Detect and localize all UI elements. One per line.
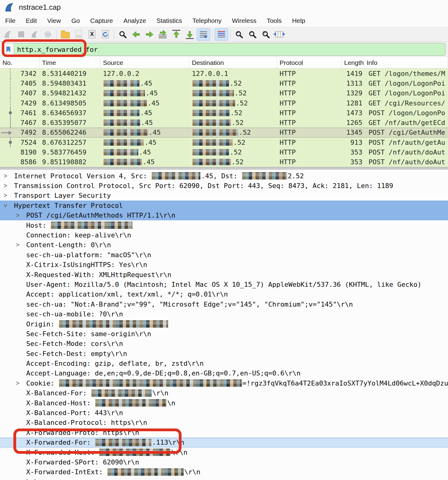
detail-line[interactable]: X-Forwarded-Proto: https\r\n xyxy=(0,428,448,437)
detail-line[interactable]: X-Forwarded-For: .113\r\n xyxy=(0,438,448,447)
go-to-packet-icon[interactable] xyxy=(157,29,169,40)
save-file-icon[interactable]: 010 xyxy=(72,29,85,40)
packet-row[interactable]: 8586 9.851190882 .45 .52 HTTP 353 POST /… xyxy=(0,157,448,167)
detail-line[interactable]: Internet Protocol Version 4, Src: .45, D… xyxy=(0,171,448,181)
column-header[interactable]: Length xyxy=(342,57,364,68)
detail-line[interactable]: Sec-Fetch-Mode: cors\r\n xyxy=(0,339,448,349)
zoom-out-icon[interactable]: − xyxy=(246,29,259,40)
detail-line[interactable]: X-Balanced-Host: \n xyxy=(0,398,448,408)
go-next-packet-icon[interactable] xyxy=(143,29,156,40)
open-file-folder-icon[interactable] xyxy=(59,29,72,40)
menu-item[interactable]: Telephony xyxy=(187,16,227,26)
restart-capture-icon[interactable] xyxy=(28,29,41,40)
packet-time: 8.594821432 xyxy=(40,88,101,98)
detail-line[interactable]: Sec-Fetch-Site: same-origin\r\n xyxy=(0,329,448,339)
column-header[interactable]: Info xyxy=(364,57,448,68)
menu-item[interactable]: File xyxy=(0,16,21,26)
redacted-value xyxy=(59,320,168,328)
zoom-in-icon[interactable]: + xyxy=(233,29,245,40)
expand-chevron-icon[interactable] xyxy=(4,202,14,209)
detail-line[interactable]: Content-Length: 0\r\n xyxy=(0,240,448,250)
detail-line[interactable]: Accept: application/xml, text/xml, */*; … xyxy=(0,290,448,299)
detail-line[interactable]: sec-ch-ua-platform: "macOS"\r\n xyxy=(0,250,448,260)
detail-line[interactable]: \r\n xyxy=(0,477,448,480)
colorize-packets-icon[interactable] xyxy=(215,28,228,41)
detail-line[interactable]: Hypertext Transfer Protocol xyxy=(0,201,448,210)
go-last-packet-icon[interactable] xyxy=(183,29,196,40)
detail-line[interactable]: Connection: keep-alive\r\n xyxy=(0,230,448,240)
detail-line[interactable]: X-Balanced-Port: 443\r\n xyxy=(0,408,448,418)
reload-file-icon[interactable] xyxy=(99,29,112,40)
expand-chevron-icon[interactable] xyxy=(4,192,14,199)
resize-columns-icon[interactable] xyxy=(273,29,286,40)
packet-row[interactable]: 7407 8.594821432 .45 .52 HTTP 1329 GET /… xyxy=(0,88,448,98)
detail-line[interactable]: Accept-Encoding: gzip, deflate, br, zstd… xyxy=(0,358,448,368)
detail-line[interactable]: X-Forwarded-IntExt: \r\n xyxy=(0,467,448,477)
go-first-packet-icon[interactable] xyxy=(170,29,183,40)
column-header[interactable]: Destination xyxy=(189,57,277,68)
column-header[interactable]: Source xyxy=(101,57,189,68)
redacted-value xyxy=(108,468,184,476)
detail-line[interactable]: Cookie: =!rgz3fqVkqT6a4T2Ea03xraIoSXT7yY… xyxy=(0,378,448,388)
packet-row[interactable]: 7429 8.613498505 .45 .52 HTTP 1281 GET /… xyxy=(0,98,448,108)
detail-line[interactable]: Accept-Language: de,en;q=0.9,de-DE;q=0.8… xyxy=(0,368,448,378)
detail-line[interactable]: sec-ch-ua: "Not:A-Brand";v="99", "Micros… xyxy=(0,299,448,309)
packet-row[interactable]: 7405 8.594803431 .45 .52 HTTP 1313 GET /… xyxy=(0,78,448,88)
capture-options-gear-icon[interactable] xyxy=(41,29,54,40)
detail-line[interactable]: User-Agent: Mozilla/5.0 (Macintosh; Inte… xyxy=(0,279,448,289)
detail-line[interactable]: Origin: xyxy=(0,319,448,329)
packet-row[interactable]: 7342 8.531440219 127.0.0.2 127.0.0.1 HTT… xyxy=(0,69,448,78)
menu-item[interactable]: Capture xyxy=(85,16,118,26)
menu-item[interactable]: Help xyxy=(287,16,310,26)
detail-line[interactable]: X-Forwarded-Host: \r\n xyxy=(0,447,448,457)
packet-time: 8.676312257 xyxy=(40,137,101,147)
pane-splitter[interactable] xyxy=(0,167,448,169)
expand-chevron-icon[interactable] xyxy=(16,212,26,219)
detail-line[interactable]: X-Forwarded-SPort: 62090\r\n xyxy=(0,457,448,467)
filter-bookmark-button[interactable] xyxy=(3,43,14,55)
detail-line[interactable]: X-Citrix-IsUsingHTTPS: Yes\r\n xyxy=(0,260,448,269)
packet-length: 1473 xyxy=(342,108,364,118)
detail-line[interactable]: Transmission Control Protocol, Src Port:… xyxy=(0,181,448,190)
go-previous-packet-icon[interactable] xyxy=(130,29,143,40)
packet-number: 7492 xyxy=(20,129,37,136)
column-header[interactable]: Time xyxy=(40,57,101,68)
detail-line[interactable]: Transport Layer Security xyxy=(0,191,448,201)
find-packet-icon[interactable] xyxy=(116,29,129,40)
packet-row[interactable]: 8190 9.583776459 .45 .52 HTTP 353 POST /… xyxy=(0,147,448,157)
menu-item[interactable]: Go xyxy=(66,16,85,26)
packet-row[interactable]: 7461 8.634656937 .45 .52 HTTP 1473 POST … xyxy=(0,108,448,118)
packet-row[interactable]: 7524 8.676312257 .45 .52 HTTP 913 POST /… xyxy=(0,137,448,147)
auto-scroll-icon[interactable] xyxy=(197,28,210,41)
detail-line[interactable]: X-Requested-With: XMLHttpRequest\r\n xyxy=(0,270,448,279)
related-packet-marker xyxy=(8,147,13,157)
packet-row[interactable]: 7492 8.655062246 .45 .52 HTTP 1345 POST … xyxy=(0,128,448,137)
column-header[interactable]: No. xyxy=(0,57,40,68)
detail-line[interactable]: X-Balanced-Protocol: https\r\n xyxy=(0,418,448,428)
detail-line[interactable]: X-Balanced-For: \r\n xyxy=(0,388,448,398)
expand-chevron-icon[interactable] xyxy=(4,172,14,180)
zoom-reset-icon[interactable]: = xyxy=(259,29,272,40)
menu-item[interactable]: Tools xyxy=(262,16,287,26)
display-filter-input[interactable]: http.x_forwarded_for xyxy=(2,43,446,56)
detail-line[interactable]: sec-ch-ua-mobile: ?0\r\n xyxy=(0,309,448,319)
column-header[interactable]: Protocol xyxy=(277,57,342,68)
expand-chevron-icon[interactable] xyxy=(16,241,26,248)
expand-chevron-icon[interactable] xyxy=(16,380,26,387)
close-file-icon[interactable]: X xyxy=(86,29,98,40)
packet-row[interactable]: 7467 8.635395077 .45 .52 HTTP 1265 GET /… xyxy=(0,118,448,127)
detail-line[interactable]: Sec-Fetch-Dest: empty\r\n xyxy=(0,349,448,358)
menu-item[interactable]: Analyze xyxy=(118,16,151,26)
stop-capture-icon[interactable] xyxy=(15,29,27,40)
menu-item[interactable]: Statistics xyxy=(151,16,187,26)
detail-line[interactable]: Host: xyxy=(0,220,448,230)
menu-item[interactable]: View xyxy=(42,16,66,26)
packet-info: POST /logon/LogonPo xyxy=(364,108,448,118)
toolbar-separator xyxy=(114,30,114,39)
detail-line[interactable]: POST /cgi/GetAuthMethods HTTP/1.1\r\n xyxy=(0,211,448,220)
menu-item[interactable]: Wireless xyxy=(227,16,262,26)
expand-chevron-icon[interactable] xyxy=(4,182,14,189)
related-packet-marker xyxy=(8,78,13,88)
start-capture-icon[interactable] xyxy=(1,29,14,40)
menu-item[interactable]: Edit xyxy=(21,16,42,26)
